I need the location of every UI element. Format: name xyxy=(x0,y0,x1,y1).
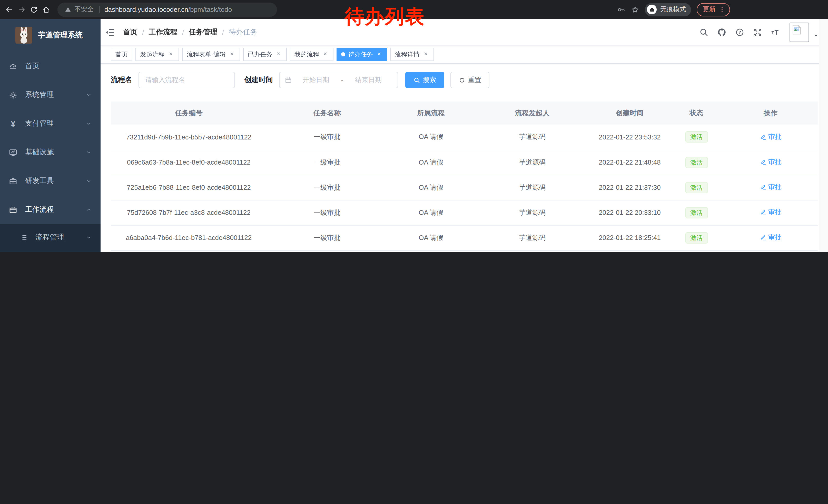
cell-status: 激活 xyxy=(669,250,723,252)
tab-close-icon[interactable]: × xyxy=(322,51,329,58)
cell-task-id: 8f0d1619-7ac8-11ec-a9e2-a2380e71991a xyxy=(111,250,267,252)
search-button[interactable]: 搜索 xyxy=(405,72,444,88)
cell-created: 2022-01-22 21:48:48 xyxy=(590,150,669,175)
chevron-down-icon xyxy=(86,149,92,155)
tags-view-bar: 首页 发起流程× 流程表单-编辑× 已办任务× 我的流程× 待办任务× 流程详情… xyxy=(100,46,828,63)
tab-process-form-edit[interactable]: 流程表单-编辑× xyxy=(182,48,240,61)
tab-home[interactable]: 首页 xyxy=(111,48,132,61)
breadcrumb-workflow[interactable]: 工作流程 xyxy=(149,28,177,37)
browser-home-icon[interactable] xyxy=(42,5,50,13)
font-size-icon[interactable]: TT xyxy=(771,28,780,37)
cell-status: 激活 xyxy=(669,225,723,250)
url-path[interactable]: /bpm/task/todo xyxy=(188,6,232,13)
app-title: 芋道管理系统 xyxy=(38,30,83,40)
browser-forward-icon[interactable] xyxy=(17,5,26,13)
help-icon[interactable]: ? xyxy=(735,28,744,37)
screen: 不安全 dashboard.yudao.iocoder.cn/bpm/task/… xyxy=(0,0,828,252)
sidebar-item-home[interactable]: 首页 xyxy=(0,52,100,81)
cell-created: 2022-01-22 18:25:41 xyxy=(590,225,669,250)
yen-icon: ¥ xyxy=(9,119,17,128)
date-range-picker[interactable]: 开始日期 - 结束日期 xyxy=(279,72,398,88)
tab-todo-tasks[interactable]: 待办任务× xyxy=(336,48,387,61)
password-key-icon[interactable] xyxy=(617,5,625,13)
sidebar-item-system[interactable]: 系统管理 xyxy=(0,81,100,109)
browser-reload-icon[interactable] xyxy=(30,5,38,13)
cell-task-id: 725a1eb6-7b88-11ec-8ef0-acde48001122 xyxy=(111,175,267,200)
browser-back-icon[interactable] xyxy=(5,5,13,13)
sidebar-item-label: 系统管理 xyxy=(25,90,54,99)
cell-process: OA 请假 xyxy=(387,225,474,250)
app-logo-rabbit-image xyxy=(15,27,32,43)
chevron-down-icon xyxy=(86,178,92,184)
status-badge: 激活 xyxy=(685,182,708,193)
avatar-caret-down-icon[interactable] xyxy=(813,33,819,39)
approve-link[interactable]: 审批 xyxy=(759,158,782,167)
avatar[interactable] xyxy=(790,22,809,42)
col-created: 创建时间 xyxy=(590,101,669,125)
tab-close-icon[interactable]: × xyxy=(228,51,236,58)
sidebar-item-label: 基础设施 xyxy=(25,148,54,157)
table-row: 75d72608-7b7f-11ec-a3c8-acde48001122 一级审… xyxy=(111,200,818,225)
update-label[interactable]: 更新 xyxy=(703,5,716,14)
sidebar-collapse-icon[interactable] xyxy=(105,27,115,37)
search-icon[interactable] xyxy=(699,28,708,37)
approve-link[interactable]: 审批 xyxy=(759,233,782,242)
sidebar-item-workflow[interactable]: 工作流程 xyxy=(0,195,100,224)
github-icon[interactable] xyxy=(717,28,727,37)
end-date-placeholder[interactable]: 结束日期 xyxy=(344,75,392,85)
cell-action: 审批 xyxy=(723,225,818,250)
security-label[interactable]: 不安全 xyxy=(74,5,94,14)
cell-process: OA 请假 xyxy=(387,150,474,175)
cell-task-name: 一级审批 xyxy=(267,125,387,150)
bookmark-star-icon[interactable] xyxy=(631,5,639,13)
svg-text:T: T xyxy=(772,30,774,35)
tab-close-icon[interactable]: × xyxy=(167,51,174,58)
breadcrumb-task-management[interactable]: 任务管理 xyxy=(189,28,217,37)
tab-close-icon[interactable]: × xyxy=(275,51,282,58)
address-bar[interactable]: 不安全 dashboard.yudao.iocoder.cn/bpm/task/… xyxy=(57,2,277,17)
workflow-submenu: 流程管理 任务管理 我的流程 待办任务 已办 xyxy=(0,224,100,252)
dashboard-icon xyxy=(9,62,17,71)
app-navbar: 首页 / 工作流程 / 任务管理 / 待办任务 ? TT xyxy=(100,19,828,46)
sidebar-item-process-management[interactable]: 流程管理 xyxy=(0,224,100,251)
sidebar-item-dev-tools[interactable]: 研发工具 xyxy=(0,167,100,195)
url-host[interactable]: dashboard.yudao.iocoder.cn xyxy=(105,6,188,13)
create-time-label: 创建时间 xyxy=(244,75,273,85)
tab-done-tasks[interactable]: 已办任务× xyxy=(243,48,287,61)
chevron-down-icon xyxy=(86,121,92,127)
reset-button[interactable]: 重置 xyxy=(450,72,489,88)
table-body: 73211d9d-7b9b-11ec-b5b7-acde48001122 一级审… xyxy=(111,125,818,252)
edit-pencil-icon xyxy=(759,209,766,216)
sidebar-item-payment[interactable]: ¥ 支付管理 xyxy=(0,109,100,138)
incognito-icon xyxy=(647,5,657,14)
tab-close-icon[interactable]: × xyxy=(422,51,429,58)
svg-text:?: ? xyxy=(739,30,741,34)
page-scrollbar[interactable] xyxy=(819,19,828,252)
start-date-placeholder[interactable]: 开始日期 xyxy=(292,75,340,85)
tab-my-process[interactable]: 我的流程× xyxy=(290,48,333,61)
approve-link[interactable]: 审批 xyxy=(759,208,782,217)
fullscreen-icon[interactable] xyxy=(753,28,762,37)
list-icon xyxy=(19,233,28,242)
date-range-separator: - xyxy=(340,76,344,84)
approve-link[interactable]: 审批 xyxy=(759,132,782,141)
app-logo-row[interactable]: 芋道管理系统 xyxy=(0,22,100,48)
tab-close-icon[interactable]: × xyxy=(376,51,383,58)
table-header: 任务编号 任务名称 所属流程 流程发起人 创建时间 状态 操作 xyxy=(111,101,818,125)
browser-update-button[interactable]: 更新 xyxy=(697,3,730,16)
cell-action: 审批 xyxy=(723,125,818,150)
sidebar-item-task-management[interactable]: 任务管理 xyxy=(0,251,100,252)
tab-start-process[interactable]: 发起流程× xyxy=(135,48,179,61)
approve-link[interactable]: 审批 xyxy=(759,183,782,192)
cell-task-id: 069c6a63-7b8a-11ec-8ef0-acde48001122 xyxy=(111,150,267,175)
browser-menu-dots-icon[interactable] xyxy=(719,6,726,13)
sidebar-item-label: 工作流程 xyxy=(25,205,54,214)
cell-action: 审批 xyxy=(723,175,818,200)
breadcrumb-separator: / xyxy=(222,28,224,36)
process-name-input[interactable]: 请输入流程名 xyxy=(138,72,235,88)
sidebar-item-infrastructure[interactable]: 基础设施 xyxy=(0,138,100,167)
breadcrumb-home[interactable]: 首页 xyxy=(123,28,137,37)
chevron-down-icon xyxy=(86,92,92,98)
tab-process-detail[interactable]: 流程详情× xyxy=(390,48,434,61)
col-starter: 流程发起人 xyxy=(474,101,590,125)
